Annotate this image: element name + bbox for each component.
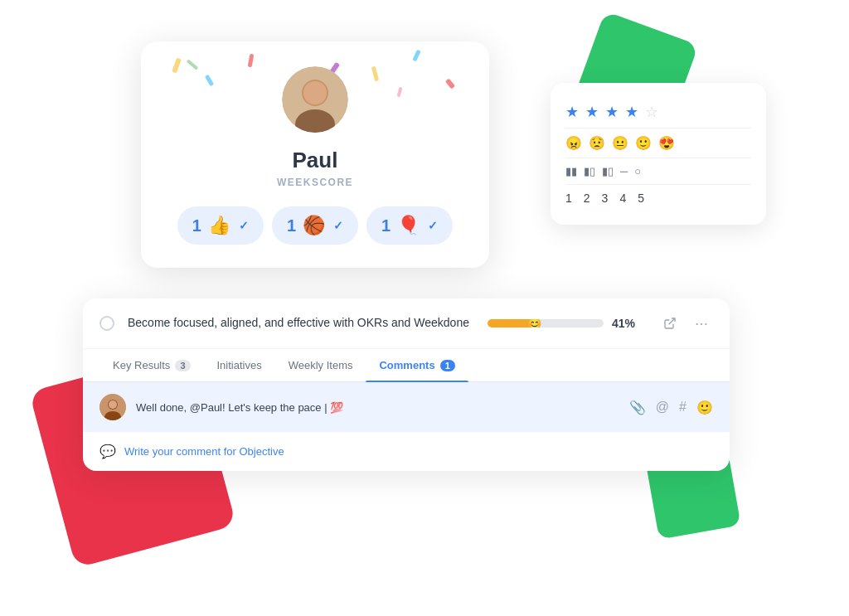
external-link-button[interactable] — [658, 312, 682, 335]
comment-section: Well done, @Paul! Let's keep the pace | … — [83, 382, 730, 432]
battery-5[interactable]: ○ — [634, 165, 641, 177]
thumbs-up-emoji: 👍 — [208, 215, 230, 236]
star-3[interactable]: ★ — [605, 103, 619, 121]
avatar — [282, 66, 348, 136]
num-1[interactable]: 1 — [565, 192, 572, 205]
score-thumbs-value: 1 — [192, 216, 201, 235]
basketball-emoji: 🏀 — [303, 215, 325, 236]
score-balloon-value: 1 — [381, 216, 391, 235]
profile-subtitle: WEEKSCORE — [166, 177, 464, 188]
basketball-check: ✓ — [333, 219, 343, 232]
tab-comments-label: Comments — [379, 359, 434, 371]
emoji-love[interactable]: 😍 — [658, 135, 675, 151]
tab-comments[interactable]: Comments 1 — [366, 349, 468, 381]
tabs-row: Key Results 3 Initiatives Weekly Items C… — [83, 349, 730, 382]
score-basketball[interactable]: 1 🏀 ✓ — [272, 206, 358, 245]
write-comment-label[interactable]: Write your comment for Objective — [124, 445, 284, 458]
more-options-button[interactable]: ⋯ — [690, 312, 713, 335]
tab-weekly-items-label: Weekly Items — [289, 359, 353, 371]
num-3[interactable]: 3 — [602, 192, 609, 205]
svg-line-4 — [669, 318, 675, 324]
star-2[interactable]: ★ — [585, 103, 599, 121]
star-1[interactable]: ★ — [565, 103, 579, 121]
star-rating-row: ★ ★ ★ ★ ☆ — [565, 96, 751, 129]
tab-key-results[interactable]: Key Results 3 — [99, 349, 204, 381]
comment-icon: 💬 — [99, 444, 116, 459]
battery-4[interactable]: ─ — [620, 165, 628, 177]
write-comment-area[interactable]: 💬 Write your comment for Objective — [83, 432, 730, 471]
progress-bar — [488, 319, 604, 327]
emoji-happy[interactable]: 🙂 — [635, 135, 652, 151]
okr-progress-area: 41% — [488, 317, 645, 330]
comment-tools: 📎 @ # 🙂 — [629, 400, 713, 415]
hashtag-button[interactable]: # — [679, 400, 686, 415]
okr-title: Become focused, aligned, and effective w… — [128, 315, 474, 332]
okr-header: Become focused, aligned, and effective w… — [83, 298, 730, 349]
commenter-avatar — [99, 394, 126, 420]
battery-2[interactable]: ▮▯ — [584, 165, 595, 177]
attach-button[interactable]: 📎 — [629, 400, 646, 415]
profile-name: Paul — [166, 148, 464, 173]
tab-key-results-label: Key Results — [113, 359, 170, 371]
profile-card: Paul WEEKSCORE 1 👍 ✓ 1 🏀 ✓ 1 🎈 ✓ — [141, 41, 489, 268]
score-basketball-value: 1 — [287, 216, 296, 235]
comment-row: Well done, @Paul! Let's keep the pace | … — [99, 394, 713, 420]
emoji-neutral[interactable]: 😐 — [612, 135, 628, 151]
tab-key-results-badge: 3 — [175, 360, 190, 371]
num-2[interactable]: 2 — [584, 192, 590, 205]
balloon-emoji: 🎈 — [397, 215, 420, 236]
num-4[interactable]: 4 — [619, 192, 626, 205]
okr-checkbox[interactable] — [99, 316, 114, 331]
progress-percent: 41% — [612, 317, 645, 330]
emoji-angry[interactable]: 😠 — [565, 135, 582, 151]
okr-actions: ⋯ — [658, 312, 713, 335]
emoji-sad[interactable]: 😟 — [589, 135, 605, 151]
num-5[interactable]: 5 — [638, 192, 644, 205]
progress-bar-fill — [488, 319, 535, 327]
score-balloon[interactable]: 1 🎈 ✓ — [366, 206, 453, 245]
score-thumbs[interactable]: 1 👍 ✓ — [177, 206, 264, 245]
balloon-check: ✓ — [428, 219, 438, 232]
star-5[interactable]: ☆ — [645, 103, 658, 121]
tab-initiatives[interactable]: Initiatives — [204, 349, 275, 381]
number-rating-row: 1 2 3 4 5 — [565, 185, 751, 211]
battery-3[interactable]: ▮▯ — [602, 165, 614, 177]
svg-point-8 — [109, 400, 117, 409]
star-4[interactable]: ★ — [625, 103, 638, 121]
svg-point-3 — [303, 81, 327, 104]
rating-panel: ★ ★ ★ ★ ☆ 😠 😟 😐 🙂 😍 ▮▮ ▮▯ ▮▯ ─ ○ 1 2 3 4… — [551, 83, 766, 225]
score-row: 1 👍 ✓ 1 🏀 ✓ 1 🎈 ✓ — [166, 206, 464, 245]
emoji-button[interactable]: 🙂 — [696, 400, 713, 415]
battery-rating-row: ▮▮ ▮▯ ▮▯ ─ ○ — [565, 158, 751, 185]
mention-button[interactable]: @ — [656, 400, 669, 415]
battery-1[interactable]: ▮▮ — [565, 165, 577, 177]
tab-comments-badge: 1 — [440, 360, 455, 371]
tab-weekly-items[interactable]: Weekly Items — [275, 349, 366, 381]
comment-text: Well done, @Paul! Let's keep the pace | … — [136, 401, 619, 414]
thumbs-check: ✓ — [239, 219, 249, 232]
tab-initiatives-label: Initiatives — [217, 359, 262, 371]
okr-card: Become focused, aligned, and effective w… — [83, 298, 730, 471]
emoji-rating-row: 😠 😟 😐 🙂 😍 — [565, 129, 751, 158]
